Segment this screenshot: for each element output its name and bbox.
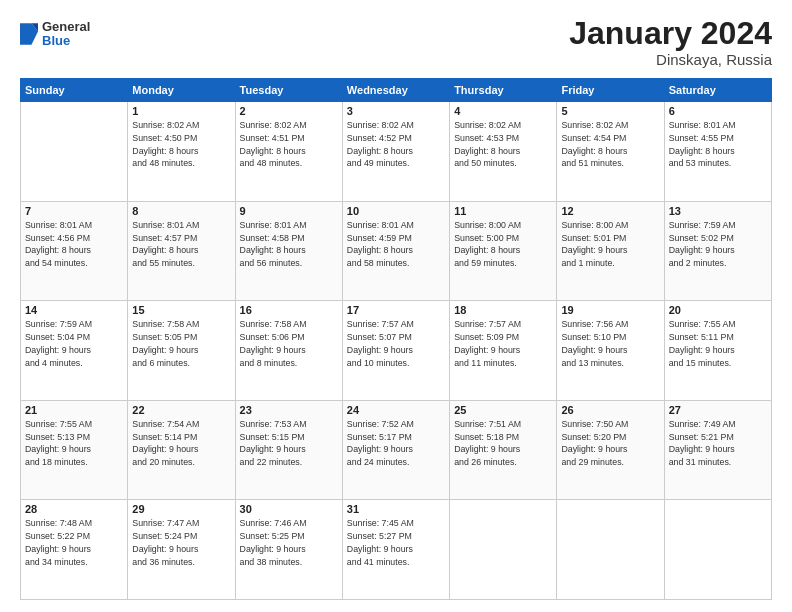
day-info: Sunrise: 7:48 AMSunset: 5:22 PMDaylight:… (25, 517, 123, 568)
day-cell: 9Sunrise: 8:01 AMSunset: 4:58 PMDaylight… (235, 201, 342, 301)
day-info: Sunrise: 8:02 AMSunset: 4:52 PMDaylight:… (347, 119, 445, 170)
header-row: Sunday Monday Tuesday Wednesday Thursday… (21, 79, 772, 102)
day-info: Sunrise: 7:58 AMSunset: 5:05 PMDaylight:… (132, 318, 230, 369)
day-number: 24 (347, 404, 445, 416)
day-info: Sunrise: 8:02 AMSunset: 4:54 PMDaylight:… (561, 119, 659, 170)
week-row-5: 28Sunrise: 7:48 AMSunset: 5:22 PMDayligh… (21, 500, 772, 600)
logo-general: General (42, 20, 90, 34)
day-number: 9 (240, 205, 338, 217)
day-number: 2 (240, 105, 338, 117)
day-number: 14 (25, 304, 123, 316)
day-number: 29 (132, 503, 230, 515)
day-cell: 2Sunrise: 8:02 AMSunset: 4:51 PMDaylight… (235, 102, 342, 202)
day-number: 7 (25, 205, 123, 217)
day-info: Sunrise: 8:02 AMSunset: 4:51 PMDaylight:… (240, 119, 338, 170)
week-row-2: 7Sunrise: 8:01 AMSunset: 4:56 PMDaylight… (21, 201, 772, 301)
day-cell: 30Sunrise: 7:46 AMSunset: 5:25 PMDayligh… (235, 500, 342, 600)
calendar-title: January 2024 (569, 16, 772, 51)
logo-icon (20, 23, 38, 45)
day-cell: 4Sunrise: 8:02 AMSunset: 4:53 PMDaylight… (450, 102, 557, 202)
day-info: Sunrise: 7:50 AMSunset: 5:20 PMDaylight:… (561, 418, 659, 469)
day-number: 21 (25, 404, 123, 416)
page: General Blue January 2024 Dinskaya, Russ… (0, 0, 792, 612)
day-info: Sunrise: 8:01 AMSunset: 4:59 PMDaylight:… (347, 219, 445, 270)
week-row-4: 21Sunrise: 7:55 AMSunset: 5:13 PMDayligh… (21, 400, 772, 500)
day-info: Sunrise: 8:00 AMSunset: 5:00 PMDaylight:… (454, 219, 552, 270)
day-info: Sunrise: 8:02 AMSunset: 4:50 PMDaylight:… (132, 119, 230, 170)
day-cell: 24Sunrise: 7:52 AMSunset: 5:17 PMDayligh… (342, 400, 449, 500)
day-number: 20 (669, 304, 767, 316)
day-number: 3 (347, 105, 445, 117)
day-cell: 26Sunrise: 7:50 AMSunset: 5:20 PMDayligh… (557, 400, 664, 500)
day-cell: 16Sunrise: 7:58 AMSunset: 5:06 PMDayligh… (235, 301, 342, 401)
day-cell: 5Sunrise: 8:02 AMSunset: 4:54 PMDaylight… (557, 102, 664, 202)
day-cell (450, 500, 557, 600)
day-info: Sunrise: 8:02 AMSunset: 4:53 PMDaylight:… (454, 119, 552, 170)
day-number: 16 (240, 304, 338, 316)
day-number: 25 (454, 404, 552, 416)
day-info: Sunrise: 7:47 AMSunset: 5:24 PMDaylight:… (132, 517, 230, 568)
day-number: 28 (25, 503, 123, 515)
day-info: Sunrise: 7:52 AMSunset: 5:17 PMDaylight:… (347, 418, 445, 469)
day-info: Sunrise: 7:59 AMSunset: 5:04 PMDaylight:… (25, 318, 123, 369)
day-number: 30 (240, 503, 338, 515)
day-cell: 29Sunrise: 7:47 AMSunset: 5:24 PMDayligh… (128, 500, 235, 600)
day-cell: 6Sunrise: 8:01 AMSunset: 4:55 PMDaylight… (664, 102, 771, 202)
day-info: Sunrise: 7:53 AMSunset: 5:15 PMDaylight:… (240, 418, 338, 469)
day-number: 5 (561, 105, 659, 117)
day-number: 26 (561, 404, 659, 416)
col-saturday: Saturday (664, 79, 771, 102)
day-info: Sunrise: 7:58 AMSunset: 5:06 PMDaylight:… (240, 318, 338, 369)
col-sunday: Sunday (21, 79, 128, 102)
day-cell: 22Sunrise: 7:54 AMSunset: 5:14 PMDayligh… (128, 400, 235, 500)
day-info: Sunrise: 8:01 AMSunset: 4:56 PMDaylight:… (25, 219, 123, 270)
col-friday: Friday (557, 79, 664, 102)
day-info: Sunrise: 8:01 AMSunset: 4:58 PMDaylight:… (240, 219, 338, 270)
day-number: 12 (561, 205, 659, 217)
day-cell (557, 500, 664, 600)
day-number: 1 (132, 105, 230, 117)
logo: General Blue (20, 20, 90, 49)
day-cell: 20Sunrise: 7:55 AMSunset: 5:11 PMDayligh… (664, 301, 771, 401)
day-info: Sunrise: 7:45 AMSunset: 5:27 PMDaylight:… (347, 517, 445, 568)
day-number: 31 (347, 503, 445, 515)
day-cell: 8Sunrise: 8:01 AMSunset: 4:57 PMDaylight… (128, 201, 235, 301)
day-info: Sunrise: 7:56 AMSunset: 5:10 PMDaylight:… (561, 318, 659, 369)
day-cell: 27Sunrise: 7:49 AMSunset: 5:21 PMDayligh… (664, 400, 771, 500)
day-info: Sunrise: 7:59 AMSunset: 5:02 PMDaylight:… (669, 219, 767, 270)
day-cell: 7Sunrise: 8:01 AMSunset: 4:56 PMDaylight… (21, 201, 128, 301)
week-row-1: 1Sunrise: 8:02 AMSunset: 4:50 PMDaylight… (21, 102, 772, 202)
header: General Blue January 2024 Dinskaya, Russ… (20, 16, 772, 68)
day-cell: 17Sunrise: 7:57 AMSunset: 5:07 PMDayligh… (342, 301, 449, 401)
day-number: 18 (454, 304, 552, 316)
col-monday: Monday (128, 79, 235, 102)
logo-text: General Blue (42, 20, 90, 49)
day-number: 13 (669, 205, 767, 217)
col-wednesday: Wednesday (342, 79, 449, 102)
day-cell: 19Sunrise: 7:56 AMSunset: 5:10 PMDayligh… (557, 301, 664, 401)
day-info: Sunrise: 8:01 AMSunset: 4:55 PMDaylight:… (669, 119, 767, 170)
day-number: 6 (669, 105, 767, 117)
day-cell: 3Sunrise: 8:02 AMSunset: 4:52 PMDaylight… (342, 102, 449, 202)
day-info: Sunrise: 7:54 AMSunset: 5:14 PMDaylight:… (132, 418, 230, 469)
day-number: 15 (132, 304, 230, 316)
day-cell: 23Sunrise: 7:53 AMSunset: 5:15 PMDayligh… (235, 400, 342, 500)
col-tuesday: Tuesday (235, 79, 342, 102)
day-info: Sunrise: 7:55 AMSunset: 5:13 PMDaylight:… (25, 418, 123, 469)
col-thursday: Thursday (450, 79, 557, 102)
day-number: 22 (132, 404, 230, 416)
day-cell (664, 500, 771, 600)
day-cell: 12Sunrise: 8:00 AMSunset: 5:01 PMDayligh… (557, 201, 664, 301)
day-number: 27 (669, 404, 767, 416)
day-info: Sunrise: 7:57 AMSunset: 5:09 PMDaylight:… (454, 318, 552, 369)
day-info: Sunrise: 8:00 AMSunset: 5:01 PMDaylight:… (561, 219, 659, 270)
day-cell: 10Sunrise: 8:01 AMSunset: 4:59 PMDayligh… (342, 201, 449, 301)
day-cell: 1Sunrise: 8:02 AMSunset: 4:50 PMDaylight… (128, 102, 235, 202)
day-number: 19 (561, 304, 659, 316)
day-info: Sunrise: 7:57 AMSunset: 5:07 PMDaylight:… (347, 318, 445, 369)
day-number: 4 (454, 105, 552, 117)
title-block: January 2024 Dinskaya, Russia (569, 16, 772, 68)
day-cell: 25Sunrise: 7:51 AMSunset: 5:18 PMDayligh… (450, 400, 557, 500)
day-number: 10 (347, 205, 445, 217)
calendar-subtitle: Dinskaya, Russia (569, 51, 772, 68)
